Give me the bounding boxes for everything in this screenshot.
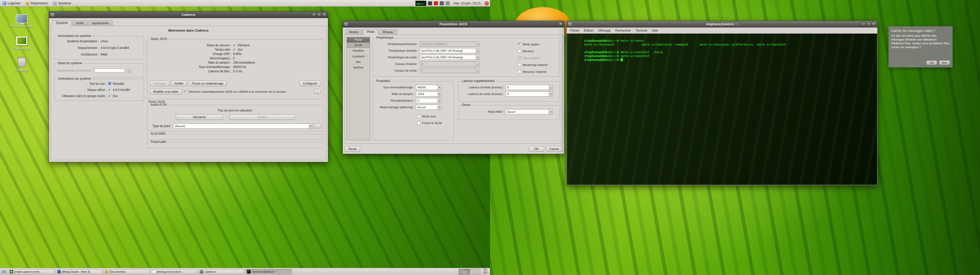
property-field-row: Taux d'échantillonnage : 48000	[374, 84, 442, 91]
yes-button[interactable]: Oui	[926, 60, 937, 65]
property-checkbox[interactable]: Mode mou	[417, 113, 442, 120]
no-button[interactable]: Non	[939, 60, 950, 65]
field-control[interactable]: 48000	[416, 85, 442, 90]
driver-list-item[interactable]: ALSA	[347, 42, 370, 48]
panel-menu[interactable]: Système	[51, 0, 74, 6]
autostart-options-button[interactable]: ...	[314, 89, 321, 94]
field-control[interactable]: hw:PCH,3 (HDMI 0)	[420, 41, 480, 47]
group-title: Statut JACK	[149, 37, 169, 41]
taskbar-button[interactable]: Cadence	[198, 269, 245, 274]
driver-list-item[interactable]: NetOne	[347, 65, 370, 70]
command-text: mate-screensaver mate-screensaver-comman…	[584, 43, 786, 46]
terminal-line: stephane@debzic:~$ mate-screenshot /help	[569, 46, 875, 50]
device-option-checkbox[interactable]: Mesureur matériel	[518, 68, 558, 75]
bridge-start-button[interactable]: Démarrer	[176, 114, 223, 120]
ok-button[interactable]: OK	[529, 146, 544, 152]
reset-button[interactable]: Reset	[345, 146, 360, 152]
cancel-button[interactable]: Cancel	[546, 146, 562, 152]
field-control[interactable]: hw:PCH,0 (ALC887-VD Analog)	[420, 55, 480, 60]
field-control[interactable]: 0	[420, 68, 480, 73]
messenger-icon[interactable]	[440, 1, 444, 5]
menu-item[interactable]: Rechercher	[613, 28, 633, 33]
autostart-checkbox[interactable]: Démarrer automatiquement JACK ou LADISH …	[184, 89, 312, 95]
chevron-down-icon	[476, 68, 479, 73]
close-icon[interactable]	[322, 13, 326, 17]
minimize-icon[interactable]	[861, 22, 865, 26]
bridge-type-options-button[interactable]: ...	[314, 123, 321, 129]
driver-list-item[interactable]: Loopback	[347, 54, 370, 59]
group-title: Statut du système	[56, 62, 83, 65]
device-option-checkbox[interactable]: Moniteur	[518, 47, 558, 54]
tab[interactable]: Réseau	[379, 29, 397, 35]
jack-configure-button[interactable]: Configurer	[300, 81, 321, 86]
device-option-checkbox[interactable]: Mode duplex	[518, 41, 558, 47]
field-control[interactable]: 0	[506, 92, 553, 96]
close-icon[interactable]	[558, 22, 563, 26]
tab[interactable]: Système	[52, 20, 72, 26]
menu-item[interactable]: Aide	[649, 28, 660, 33]
network-icon[interactable]	[445, 1, 450, 5]
minimize-icon[interactable]	[312, 13, 316, 17]
cpu-governor-dropdown[interactable]	[127, 68, 131, 73]
taskbar-button[interactable]: [Documents]	[103, 269, 150, 274]
update-alert-icon[interactable]	[434, 1, 438, 5]
menu-item[interactable]: Terminal	[633, 28, 649, 33]
field-control[interactable]: 1024	[416, 92, 442, 96]
taskbar-button[interactable]: [Bbejg Studio - New 3]	[56, 269, 102, 274]
trash-applet-icon[interactable]	[484, 269, 487, 274]
bridge-status-text: Pas de pont en utilisation	[147, 109, 323, 112]
jack-settings-titlebar[interactable]: Paramètres JACK	[343, 21, 564, 27]
field-control[interactable]: hw:PCH,0 (ALC887-VD Analog)	[420, 48, 480, 53]
panel-menu[interactable]: Répertoires	[23, 0, 51, 6]
property-checkbox[interactable]: Forcer le 16-bit	[417, 120, 442, 126]
bridge-type-combo[interactable]: (Aucun)	[173, 123, 313, 129]
taskbar-button[interactable]: [mate capture scree...	[8, 269, 55, 274]
workspace-2[interactable]	[469, 269, 480, 274]
terminal-output[interactable]: stephane@debzic:~$ mate-screens mate-scr…	[567, 33, 877, 185]
shutdown-icon[interactable]	[485, 1, 489, 5]
cadence-titlebar[interactable]: Cadence	[49, 11, 328, 18]
driver-list-item[interactable]: FireWire	[347, 48, 370, 54]
tab[interactable]: Moteur	[345, 29, 363, 35]
switch-master-button[interactable]: Modifier à-la-volée	[150, 89, 182, 95]
close-icon[interactable]	[872, 22, 876, 26]
row-label: Système d'exploitation :	[56, 40, 100, 43]
desktop-icon-computer[interactable]: Poste de travail	[6, 14, 37, 28]
jack-force-restart-button[interactable]: Forcer un redémarrage	[188, 81, 226, 86]
taskbar-button[interactable]: [dmesg.txt [Lecture ...	[151, 269, 197, 274]
workspace-1[interactable]	[459, 269, 469, 274]
clock[interactable]: mar. 13 juin. 23:21	[452, 1, 483, 5]
bridge-stop-button[interactable]: Arrêter	[230, 114, 295, 120]
jack-start-button[interactable]: Démarrer	[150, 81, 169, 86]
tab[interactable]: Pilote	[363, 29, 378, 35]
device-option-checkbox[interactable]: Alias matériel	[518, 54, 558, 62]
menu-item[interactable]: Fichier	[568, 28, 582, 33]
driver-list-item[interactable]: Net	[347, 59, 370, 65]
system-status-group: Statut du système Gouvernance processeur…	[54, 63, 144, 77]
maximize-icon[interactable]	[317, 13, 321, 17]
taskbar-button[interactable]: stephane@debzic: ~	[245, 269, 292, 274]
chevron-down-icon	[476, 55, 479, 60]
field-control[interactable]: Aucun	[416, 105, 442, 110]
terminal-titlebar[interactable]: stephane@debzic: ~	[566, 21, 877, 27]
desktop-icon-trash[interactable]: Corbeille	[6, 58, 37, 72]
system-monitor-applet[interactable]	[415, 1, 426, 6]
field-control[interactable]: 2	[416, 98, 442, 103]
show-desktop-button[interactable]	[1, 269, 7, 274]
menu-item[interactable]: Affichage	[596, 28, 613, 33]
row-label: Utilisateur dans le groupe audio :	[56, 94, 108, 98]
tab[interactable]: Ajustements	[88, 21, 113, 26]
maximize-icon[interactable]	[866, 22, 871, 26]
field-control[interactable]: 0	[506, 85, 553, 90]
panel-menu[interactable]: Logiciels	[0, 0, 23, 6]
field-control[interactable]: Aucun	[506, 109, 553, 114]
desktop-icon-capture-png[interactable]: Capture.png	[6, 36, 37, 50]
device-option-checkbox[interactable]: Monitoring matériel	[518, 62, 558, 68]
system-checks-group: Vérifications du système Test du son : R…	[54, 79, 144, 101]
field-control[interactable]: 0	[420, 62, 480, 66]
screenshot-tray-icon[interactable]	[428, 1, 432, 5]
tab[interactable]: Outils	[72, 21, 88, 26]
menu-item[interactable]: Édition	[582, 28, 596, 33]
driver-settings-panel: Pilote ALSAFireWireLoopbackNetNetOne Pér…	[344, 35, 563, 144]
jack-stop-button[interactable]: Arrêter	[171, 81, 187, 86]
